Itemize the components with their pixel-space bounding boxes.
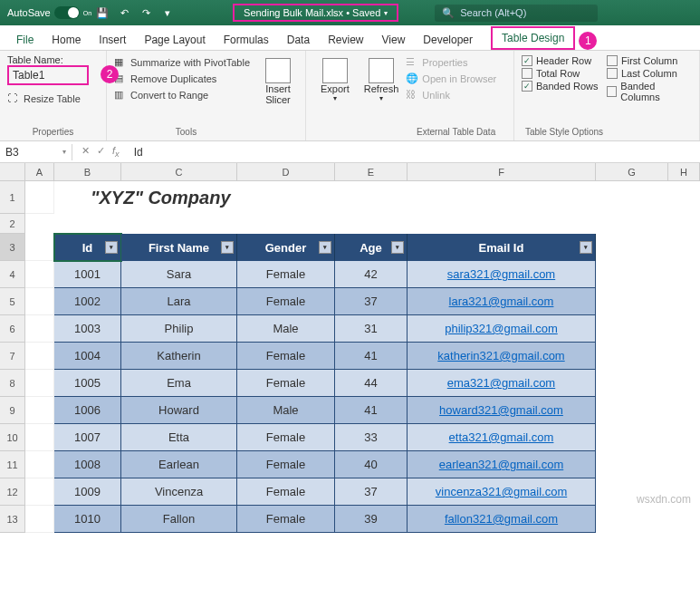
cell[interactable] xyxy=(25,343,54,370)
cell-id[interactable]: 1002 xyxy=(54,288,121,315)
row-header[interactable]: 5 xyxy=(0,288,25,315)
refresh-button[interactable]: Refresh▾ xyxy=(357,54,407,137)
chk-first-col[interactable]: First Column xyxy=(607,54,692,67)
cell-gender[interactable]: Female xyxy=(237,370,335,397)
table-header-id[interactable]: Id▾ xyxy=(54,234,121,261)
cell[interactable] xyxy=(25,397,54,424)
cell-email[interactable]: ema321@gmail.com xyxy=(408,370,596,397)
chk-total-row[interactable]: Total Row xyxy=(522,67,607,80)
cell[interactable] xyxy=(25,234,54,261)
row-header[interactable]: 4 xyxy=(0,261,25,288)
cell[interactable] xyxy=(25,424,54,451)
tab-view[interactable]: View xyxy=(373,30,415,50)
tab-insert[interactable]: Insert xyxy=(90,30,135,50)
row-header[interactable]: 11 xyxy=(0,451,25,478)
tab-page-layout[interactable]: Page Layout xyxy=(135,30,214,50)
cell-age[interactable]: 41 xyxy=(335,397,408,424)
cell-age[interactable]: 33 xyxy=(335,424,408,451)
col-header-F[interactable]: F xyxy=(408,163,596,180)
select-all-corner[interactable] xyxy=(0,163,25,180)
cell-id[interactable]: 1007 xyxy=(54,424,121,451)
cell-email[interactable]: etta321@gmail.com xyxy=(408,424,596,451)
cell[interactable] xyxy=(25,451,54,478)
redo-icon[interactable]: ↷ xyxy=(139,5,153,20)
tab-file[interactable]: File xyxy=(7,30,43,50)
cell-gender[interactable]: Female xyxy=(237,343,335,370)
chk-last-col[interactable]: Last Column xyxy=(607,67,692,80)
cell-email[interactable]: lara321@gmail.com xyxy=(408,288,596,315)
cell-first[interactable]: Katherin xyxy=(121,343,237,370)
filter-icon[interactable]: ▾ xyxy=(319,241,331,254)
col-header-D[interactable]: D xyxy=(237,163,335,180)
tablename-input[interactable]: Table1 xyxy=(7,65,89,85)
cell-gender[interactable]: Male xyxy=(237,397,335,424)
filter-icon[interactable]: ▾ xyxy=(105,241,118,254)
cell-id[interactable]: 1001 xyxy=(54,261,121,288)
cell-age[interactable]: 41 xyxy=(335,343,408,370)
tab-formulas[interactable]: Formulas xyxy=(215,30,278,50)
cell-first[interactable]: Howard xyxy=(121,397,237,424)
row-header-2[interactable]: 2 xyxy=(0,214,25,234)
cell-first[interactable]: Ema xyxy=(121,370,237,397)
tab-home[interactable]: Home xyxy=(43,30,90,50)
row-header[interactable]: 9 xyxy=(0,397,25,424)
cell-id[interactable]: 1009 xyxy=(54,478,121,506)
row-header[interactable]: 12 xyxy=(0,478,25,506)
table-header-gender[interactable]: Gender▾ xyxy=(237,234,335,261)
cell-first[interactable]: Fallon xyxy=(121,506,237,533)
table-header-first[interactable]: First Name▾ xyxy=(121,234,237,261)
cell-id[interactable]: 1003 xyxy=(54,315,121,343)
row-header[interactable]: 8 xyxy=(0,370,25,397)
cell[interactable] xyxy=(25,261,54,288)
chk-banded-rows[interactable]: ✓Banded Rows xyxy=(522,80,607,92)
enter-icon[interactable]: ✓ xyxy=(97,145,105,159)
summarize-pivot-button[interactable]: ▦Summarize with PivotTable xyxy=(114,54,258,71)
export-button[interactable]: Export▾ xyxy=(313,54,357,137)
cell-first[interactable]: Earlean xyxy=(121,451,237,478)
cell-gender[interactable]: Male xyxy=(237,315,335,343)
cell[interactable] xyxy=(25,315,54,343)
filter-icon[interactable]: ▾ xyxy=(221,241,234,254)
cell[interactable] xyxy=(25,506,54,533)
chk-header-row[interactable]: ✓Header Row xyxy=(522,54,607,67)
cell-age[interactable]: 39 xyxy=(335,506,408,533)
cell[interactable] xyxy=(25,288,54,315)
cell-age[interactable]: 42 xyxy=(335,261,408,288)
cell-gender[interactable]: Female xyxy=(237,478,335,506)
qat-dropdown-icon[interactable]: ▾ xyxy=(160,5,175,20)
cell-first[interactable]: Sara xyxy=(121,261,237,288)
fx-icon[interactable]: fx xyxy=(112,145,120,159)
name-box[interactable]: B3▾ xyxy=(0,144,72,160)
col-header-G[interactable]: G xyxy=(596,163,668,180)
cell[interactable] xyxy=(25,181,54,214)
cell-email[interactable]: howard321@gmail.com xyxy=(408,397,596,424)
cell-id[interactable]: 1006 xyxy=(54,397,121,424)
cell-gender[interactable]: Female xyxy=(237,451,335,478)
table-header-age[interactable]: Age▾ xyxy=(335,234,408,261)
cell-first[interactable]: Philip xyxy=(121,315,237,343)
cell-first[interactable]: Vincenza xyxy=(121,478,237,506)
cell-id[interactable]: 1008 xyxy=(54,451,121,478)
filter-icon[interactable]: ▾ xyxy=(391,241,404,254)
save-icon[interactable]: 💾 xyxy=(95,5,110,20)
cell-first[interactable]: Lara xyxy=(121,288,237,315)
cell-age[interactable]: 44 xyxy=(335,370,408,397)
cell-gender[interactable]: Female xyxy=(237,506,335,533)
undo-icon[interactable]: ↶ xyxy=(117,5,131,20)
tab-table-design[interactable]: Table Design xyxy=(491,26,575,50)
col-header-C[interactable]: C xyxy=(121,163,237,180)
col-header-H[interactable]: H xyxy=(668,163,700,180)
insert-slicer-button[interactable]: Insert Slicer xyxy=(258,54,298,137)
row-header[interactable]: 10 xyxy=(0,424,25,451)
cell-email[interactable]: katherin321@gmail.com xyxy=(408,343,596,370)
row-header[interactable]: 13 xyxy=(0,506,25,533)
cell[interactable] xyxy=(25,370,54,397)
tab-data[interactable]: Data xyxy=(278,30,319,50)
cell-id[interactable]: 1004 xyxy=(54,343,121,370)
cell-age[interactable]: 40 xyxy=(335,451,408,478)
cell-email[interactable]: earlean321@gmail.com xyxy=(408,451,596,478)
row-header-1[interactable]: 1 xyxy=(0,181,25,214)
filter-icon[interactable]: ▾ xyxy=(580,241,592,254)
search-box[interactable]: 🔍 Search (Alt+Q) xyxy=(435,5,598,22)
cell-email[interactable]: vincenza321@gmail.com xyxy=(408,478,596,506)
